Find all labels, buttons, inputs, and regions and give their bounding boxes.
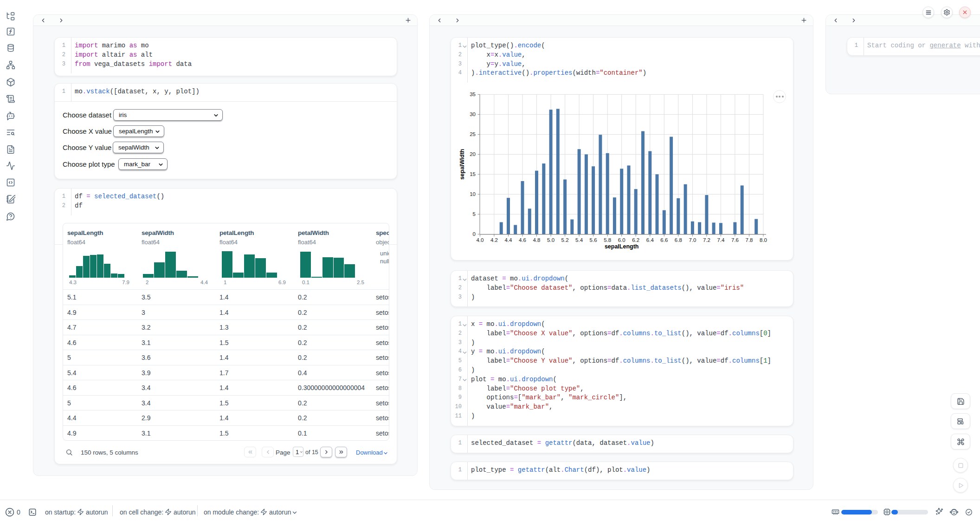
svg-text:6.8: 6.8 (675, 237, 682, 243)
svg-text:6.4: 6.4 (646, 237, 654, 243)
svg-text:sepalWidth: sepalWidth (459, 149, 465, 180)
svg-text:4.2: 4.2 (490, 237, 498, 243)
svg-text:15: 15 (470, 171, 476, 177)
svg-text:6.2: 6.2 (632, 237, 639, 243)
svg-text:7.4: 7.4 (717, 237, 725, 243)
svg-text:sepalLength: sepalLength (605, 243, 639, 250)
svg-text:4.0: 4.0 (476, 237, 484, 243)
svg-text:4.6: 4.6 (519, 237, 526, 243)
svg-text:5.0: 5.0 (547, 237, 554, 243)
svg-text:7.6: 7.6 (731, 237, 739, 243)
svg-text:5.2: 5.2 (561, 237, 569, 243)
svg-text:35: 35 (470, 91, 476, 97)
svg-text:30: 30 (470, 111, 476, 117)
svg-text:5.8: 5.8 (604, 237, 611, 243)
svg-text:6.6: 6.6 (660, 237, 668, 243)
svg-text:4.8: 4.8 (533, 237, 541, 243)
svg-text:4.4: 4.4 (505, 237, 513, 243)
svg-text:5: 5 (473, 211, 476, 217)
svg-text:0: 0 (473, 231, 476, 237)
svg-text:7.2: 7.2 (703, 237, 710, 243)
svg-text:7.8: 7.8 (746, 237, 753, 243)
svg-text:10: 10 (470, 191, 476, 197)
svg-text:5.6: 5.6 (590, 237, 597, 243)
svg-text:20: 20 (470, 151, 476, 157)
svg-text:8.0: 8.0 (760, 237, 767, 243)
svg-text:25: 25 (470, 131, 476, 137)
svg-text:5.4: 5.4 (575, 237, 583, 243)
svg-text:7.0: 7.0 (689, 237, 696, 243)
svg-text:6.0: 6.0 (618, 237, 625, 243)
